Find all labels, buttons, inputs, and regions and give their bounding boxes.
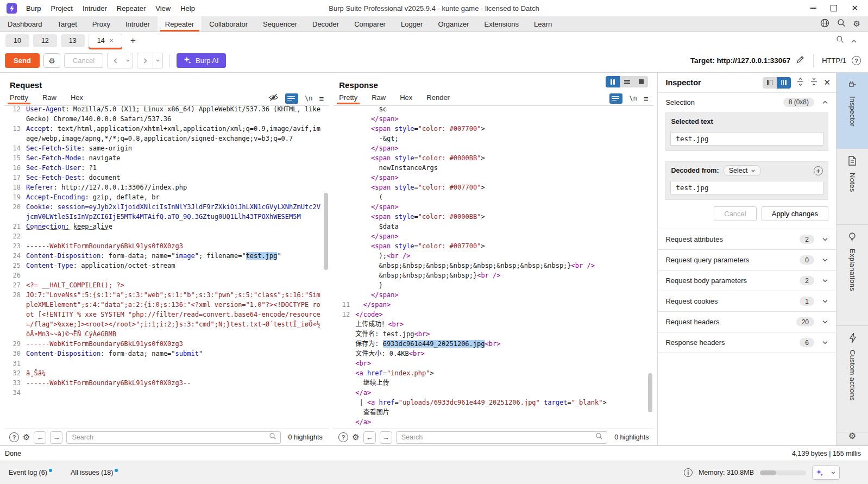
inspector-section-response-headers[interactable]: Response headers6 <box>658 332 836 353</box>
repeater-tab-13[interactable]: 13 <box>61 34 85 47</box>
side-tab-notes[interactable]: Notes <box>836 149 868 225</box>
minimize-icon[interactable] <box>810 8 816 9</box>
nav-tab-comparer[interactable]: Comparer <box>347 16 393 32</box>
side-tab-inspector[interactable]: Inspector <box>836 73 868 149</box>
inspector-section-request-attributes[interactable]: Request attributes2 <box>658 229 836 249</box>
decoded-from-select[interactable]: Select <box>724 165 762 176</box>
help-icon[interactable]: ? <box>852 56 861 65</box>
burp-ai-menu-button[interactable] <box>812 466 840 480</box>
repeater-tab-10[interactable]: 10 <box>5 34 29 47</box>
search-next-button[interactable]: → <box>380 431 392 444</box>
history-forward-dropdown[interactable] <box>153 53 162 68</box>
show-newlines-icon[interactable]: \n <box>305 95 312 102</box>
close-window-icon[interactable]: ✕ <box>851 5 858 11</box>
nav-tab-proxy[interactable]: Proxy <box>85 16 118 32</box>
search-help-icon[interactable]: ? <box>9 432 19 442</box>
info-icon[interactable]: i <box>684 468 693 477</box>
split-columns-toggle-icon[interactable] <box>606 76 620 87</box>
menu-project[interactable]: Project <box>46 4 77 12</box>
nav-tab-intruder[interactable]: Intruder <box>118 16 158 32</box>
search-next-button[interactable]: → <box>50 431 62 444</box>
hide-headers-eye-icon[interactable] <box>268 93 279 104</box>
nav-tab-repeater[interactable]: Repeater <box>158 16 202 32</box>
word-wrap-toggle-icon[interactable] <box>609 93 622 104</box>
scrollbar-thumb[interactable] <box>648 373 652 412</box>
decoded-value-input[interactable] <box>671 184 823 192</box>
single-view-toggle-icon[interactable] <box>634 76 648 87</box>
request-search-input[interactable] <box>71 433 269 442</box>
search-settings-gear-icon[interactable]: ⚙ <box>23 432 30 442</box>
inspector-section-request-body-parameters[interactable]: Request body parameters2 <box>658 270 836 291</box>
response-tab-raw[interactable]: Raw <box>372 93 386 104</box>
expand-all-icon[interactable] <box>796 78 804 87</box>
all-issues-tab[interactable]: All issues (18) <box>71 469 118 476</box>
burp-ai-button[interactable]: Burp AI <box>177 53 226 68</box>
response-search-input[interactable] <box>400 433 596 442</box>
nav-tab-learn[interactable]: Learn <box>526 16 559 32</box>
search-settings-gear-icon[interactable]: ⚙ <box>352 432 359 442</box>
search-prev-button[interactable]: ← <box>34 431 46 444</box>
inspector-section-request-query-parameters[interactable]: Request query parameters0 <box>658 249 836 270</box>
repeater-tab-14[interactable]: 14× <box>89 34 122 48</box>
nav-tab-sequencer[interactable]: Sequencer <box>255 16 305 32</box>
request-editor[interactable]: 12User-Agent: Mozilla/5.0 (X11; Linux x8… <box>4 105 329 429</box>
selected-text-input[interactable] <box>671 135 823 143</box>
repeater-tab-12[interactable]: 12 <box>33 34 57 47</box>
panel-settings-gear-icon[interactable]: ⚙ <box>836 431 868 441</box>
response-editor[interactable]: $c </span> <span style="color: #007700">… <box>334 105 653 429</box>
tab-search-icon[interactable] <box>836 35 844 46</box>
collapse-tabbar-icon[interactable] <box>851 36 857 46</box>
request-tab-raw[interactable]: Raw <box>42 93 56 104</box>
collapse-all-icon[interactable] <box>810 78 818 87</box>
side-tab-explanations[interactable]: Explanations <box>836 225 868 326</box>
inspector-section-request-cookies[interactable]: Request cookies1 <box>658 291 836 311</box>
maximize-icon[interactable] <box>831 5 837 11</box>
inspector-section-request-headers[interactable]: Request headers20 <box>658 311 836 332</box>
nav-tab-dashboard[interactable]: Dashboard <box>0 16 50 32</box>
nav-tab-collaborator[interactable]: Collaborator <box>202 16 255 32</box>
menu-burp[interactable]: Burp <box>21 4 46 12</box>
search-help-icon[interactable]: ? <box>338 432 348 442</box>
word-wrap-toggle-icon[interactable] <box>285 93 298 104</box>
cancel-button[interactable]: Cancel <box>64 53 103 68</box>
selection-header[interactable]: Selection 8 (0x8) <box>658 93 836 111</box>
response-tab-pretty[interactable]: Pretty <box>339 93 357 104</box>
send-settings-button[interactable]: ⚙ <box>43 53 60 68</box>
add-decoding-icon[interactable]: + <box>814 166 823 175</box>
request-tab-pretty[interactable]: Pretty <box>10 93 28 104</box>
response-tab-render[interactable]: Render <box>426 93 450 104</box>
menu-intruder[interactable]: Intruder <box>78 4 112 12</box>
nav-tab-target[interactable]: Target <box>50 16 85 32</box>
show-newlines-icon[interactable]: \n <box>629 95 637 102</box>
request-tab-hex[interactable]: Hex <box>71 93 83 104</box>
settings-gear-icon[interactable]: ⚙ <box>853 19 860 29</box>
split-rows-toggle-icon[interactable] <box>620 76 634 87</box>
event-log-tab[interactable]: Event log (6) <box>9 469 52 476</box>
dock-panel-toggle-icon[interactable] <box>777 77 791 89</box>
http-version-label[interactable]: HTTP/1 <box>822 56 846 65</box>
editor-menu-icon[interactable]: ≡ <box>644 94 649 103</box>
search-prev-button[interactable]: ← <box>363 431 376 444</box>
menu-view[interactable]: View <box>150 4 175 12</box>
menu-help[interactable]: Help <box>175 4 200 12</box>
nav-tab-extensions[interactable]: Extensions <box>477 16 527 32</box>
history-back-dropdown[interactable] <box>123 53 133 68</box>
close-inspector-icon[interactable]: ✕ <box>823 78 831 87</box>
dock-side-toggle-icon[interactable] <box>763 77 777 89</box>
close-tab-icon[interactable]: × <box>110 37 114 45</box>
nav-tab-decoder[interactable]: Decoder <box>305 16 347 32</box>
menu-repeater[interactable]: Repeater <box>112 4 150 12</box>
response-tab-hex[interactable]: Hex <box>400 93 412 104</box>
history-back-button[interactable] <box>108 53 123 68</box>
nav-tab-logger[interactable]: Logger <box>393 16 430 32</box>
search-icon[interactable] <box>837 18 846 29</box>
editor-menu-icon[interactable]: ≡ <box>319 94 324 103</box>
history-forward-button[interactable] <box>137 53 153 68</box>
scrollbar-thumb[interactable] <box>324 193 328 270</box>
edit-target-pencil-icon[interactable] <box>796 55 805 66</box>
globe-icon[interactable] <box>820 18 829 30</box>
nav-tab-organizer[interactable]: Organizer <box>430 16 476 32</box>
side-tab-custom-actions[interactable]: Custom actions <box>836 326 868 432</box>
send-button[interactable]: Send <box>5 53 40 68</box>
inspector-cancel-button[interactable]: Cancel <box>714 206 756 221</box>
